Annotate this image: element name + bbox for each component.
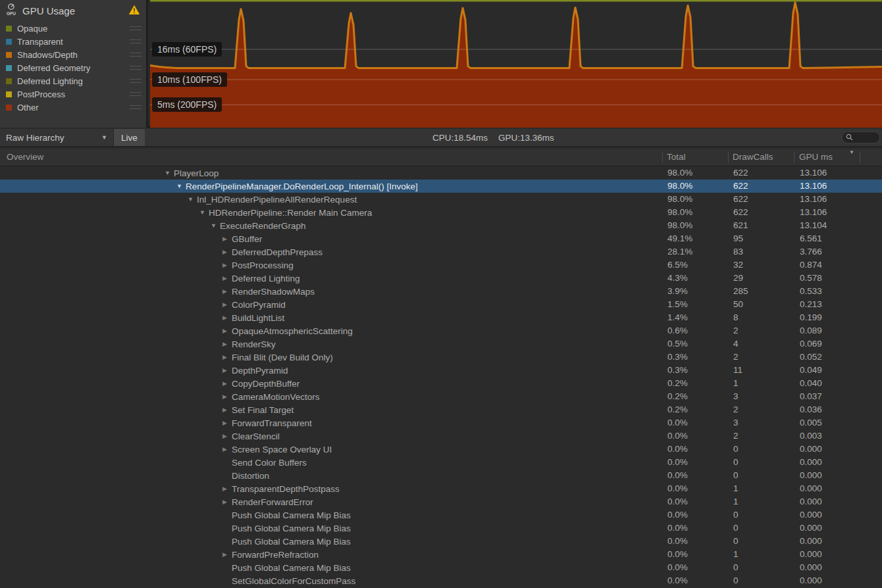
expand-arrow-icon[interactable]: ▶: [222, 551, 232, 558]
table-row[interactable]: ▶RenderShadowMaps3.9%2850.533: [0, 285, 882, 298]
drag-handle-icon[interactable]: [130, 26, 142, 30]
table-row[interactable]: ▶DepthPyramid0.3%110.049: [0, 364, 882, 377]
table-row[interactable]: Send Color Buffers0.0%00.000: [0, 456, 882, 469]
table-row[interactable]: ▶BuildLightList1.4%80.199: [0, 311, 882, 324]
expand-arrow-icon[interactable]: ▶: [222, 406, 232, 413]
collapse-arrow-icon[interactable]: ▼: [165, 170, 174, 176]
drag-handle-icon[interactable]: [130, 53, 142, 57]
table-row[interactable]: ▶RenderForwardError0.0%10.000: [0, 495, 882, 508]
draw-calls: 285: [733, 285, 748, 298]
search-input[interactable]: [855, 133, 876, 142]
table-row[interactable]: ▶ClearStencil0.0%20.003: [0, 429, 882, 443]
expand-arrow-icon[interactable]: ▶: [222, 328, 232, 334]
sort-descending-icon[interactable]: ▼: [849, 149, 854, 155]
gpu-ms: 0.049: [800, 364, 822, 377]
table-row[interactable]: Push Global Camera Mip Bias0.0%00.000: [0, 522, 882, 535]
table-row[interactable]: ▼PlayerLoop98.0%62213.106: [0, 166, 882, 180]
drag-handle-icon[interactable]: [130, 105, 142, 109]
column-divider[interactable]: [662, 152, 663, 163]
column-divider[interactable]: [860, 152, 860, 163]
expand-arrow-icon[interactable]: ▶: [222, 367, 232, 374]
draw-calls: 29: [733, 272, 743, 285]
search-field[interactable]: [842, 132, 880, 143]
legend-item-transparent[interactable]: Transparent: [0, 35, 146, 48]
expand-arrow-icon[interactable]: ▶: [222, 235, 232, 242]
color-swatch: [6, 52, 12, 58]
sample-name: ColorPyramid: [232, 300, 286, 310]
table-row[interactable]: ▶PostProcessing6.5%320.874: [0, 258, 882, 272]
expand-arrow-icon[interactable]: ▶: [222, 275, 232, 282]
legend-item-deferred-geometry[interactable]: Deferred Geometry: [0, 61, 146, 74]
collapse-arrow-icon[interactable]: ▼: [188, 196, 197, 203]
expand-arrow-icon[interactable]: ▶: [222, 446, 232, 453]
gpu-ms: 0.199: [800, 311, 822, 324]
expand-arrow-icon[interactable]: ▶: [222, 341, 232, 347]
gpu-usage-panel: GPU GPU Usage OpaqueTransparentShadows/D…: [0, 0, 148, 128]
expand-arrow-icon[interactable]: ▶: [222, 288, 232, 295]
hierarchy-mode-dropdown[interactable]: Raw Hierarchy ▼: [0, 129, 114, 146]
expand-arrow-icon[interactable]: ▶: [222, 393, 232, 400]
table-row[interactable]: ▼Inl_HDRenderPipelineAllRenderRequest98.…: [0, 193, 882, 206]
legend-item-shadows-depth[interactable]: Shadows/Depth: [0, 48, 146, 61]
collapse-arrow-icon[interactable]: ▼: [176, 183, 186, 189]
table-row[interactable]: ▶Screen Space Overlay UI0.0%00.000: [0, 443, 882, 456]
expand-arrow-icon[interactable]: ▶: [222, 499, 232, 505]
table-row[interactable]: ▶CopyDepthBuffer0.2%10.040: [0, 377, 882, 390]
column-header-overview[interactable]: Overview: [7, 149, 43, 166]
gpu-time-graph[interactable]: [150, 0, 882, 128]
draw-calls: 3: [733, 390, 739, 403]
table-row[interactable]: ▶Deferred Lighting4.3%290.578: [0, 272, 882, 285]
table-row[interactable]: ▶Final Blit (Dev Build Only)0.3%20.052: [0, 351, 882, 364]
column-header-drawcalls[interactable]: DrawCalls: [733, 149, 773, 166]
legend-item-opaque[interactable]: Opaque: [0, 22, 146, 35]
table-row[interactable]: ▶ColorPyramid1.5%500.213: [0, 298, 882, 311]
expand-arrow-icon[interactable]: ▶: [222, 301, 232, 308]
expand-arrow-icon[interactable]: ▶: [222, 262, 232, 268]
total-percent: 0.0%: [667, 535, 688, 548]
table-row[interactable]: ▶Set Final Target0.2%20.036: [0, 403, 882, 416]
table-row[interactable]: ▶TransparentDepthPostpass0.0%10.000: [0, 482, 882, 495]
expand-arrow-icon[interactable]: ▶: [222, 485, 232, 492]
table-row[interactable]: Push Global Camera Mip Bias0.0%00.000: [0, 508, 882, 522]
legend-item-deferred-lighting[interactable]: Deferred Lighting: [0, 74, 146, 87]
gpu-usage-chart[interactable]: 16ms (60FPS)10ms (100FPS)5ms (200FPS): [150, 0, 882, 128]
table-row[interactable]: ▼HDRenderPipeline::Render Main Camera98.…: [0, 206, 882, 219]
column-divider[interactable]: [728, 152, 729, 163]
collapse-arrow-icon[interactable]: ▼: [199, 209, 209, 216]
total-percent: 0.0%: [667, 429, 688, 443]
legend-item-other[interactable]: Other: [0, 101, 146, 114]
expand-arrow-icon[interactable]: ▶: [222, 249, 232, 255]
collapse-arrow-icon[interactable]: ▼: [211, 222, 220, 229]
table-row[interactable]: ▶ForwardTransparent0.0%30.005: [0, 416, 882, 429]
table-row[interactable]: ▶ForwardPreRefraction0.0%10.000: [0, 548, 882, 561]
column-divider[interactable]: [794, 152, 794, 163]
table-row[interactable]: ▶GBuffer49.1%956.561: [0, 232, 882, 245]
table-row[interactable]: ▶DeferredDepthPrepass28.1%833.766: [0, 245, 882, 258]
drag-handle-icon[interactable]: [130, 92, 142, 96]
expand-arrow-icon[interactable]: ▶: [222, 420, 232, 426]
live-button[interactable]: Live: [114, 129, 145, 146]
total-percent: 0.0%: [667, 508, 688, 522]
expand-arrow-icon[interactable]: ▶: [222, 314, 232, 321]
total-percent: 3.9%: [667, 285, 688, 298]
table-row[interactable]: ▶RenderSky0.5%40.069: [0, 337, 882, 351]
legend-item-postprocess[interactable]: PostProcess: [0, 87, 146, 101]
expand-arrow-icon[interactable]: ▶: [222, 354, 232, 360]
table-row[interactable]: ▶CameraMotionVectors0.2%30.037: [0, 390, 882, 403]
drag-handle-icon[interactable]: [130, 39, 142, 43]
total-percent: 0.0%: [667, 482, 688, 495]
drag-handle-icon[interactable]: [130, 79, 142, 83]
expand-arrow-icon[interactable]: ▶: [222, 380, 232, 387]
table-row[interactable]: Distortion0.0%00.000: [0, 469, 882, 482]
drag-handle-icon[interactable]: [130, 66, 142, 70]
draw-calls: 4: [733, 337, 739, 351]
column-header-total[interactable]: Total: [667, 149, 686, 166]
table-row[interactable]: Push Global Camera Mip Bias0.0%00.000: [0, 561, 882, 574]
table-row[interactable]: ▶OpaqueAtmosphericScattering0.6%20.089: [0, 324, 882, 337]
table-row[interactable]: Push Global Camera Mip Bias0.0%00.000: [0, 535, 882, 548]
table-row[interactable]: ▼ExecuteRenderGraph98.0%62113.104: [0, 219, 882, 232]
column-header-gpu-ms[interactable]: GPU ms: [799, 149, 833, 166]
table-row[interactable]: ▼RenderPipelineManager.DoRenderLoop_Inte…: [0, 180, 882, 193]
expand-arrow-icon[interactable]: ▶: [222, 433, 232, 439]
table-row[interactable]: SetGlobalColorForCustomPass0.0%00.000: [0, 574, 882, 587]
